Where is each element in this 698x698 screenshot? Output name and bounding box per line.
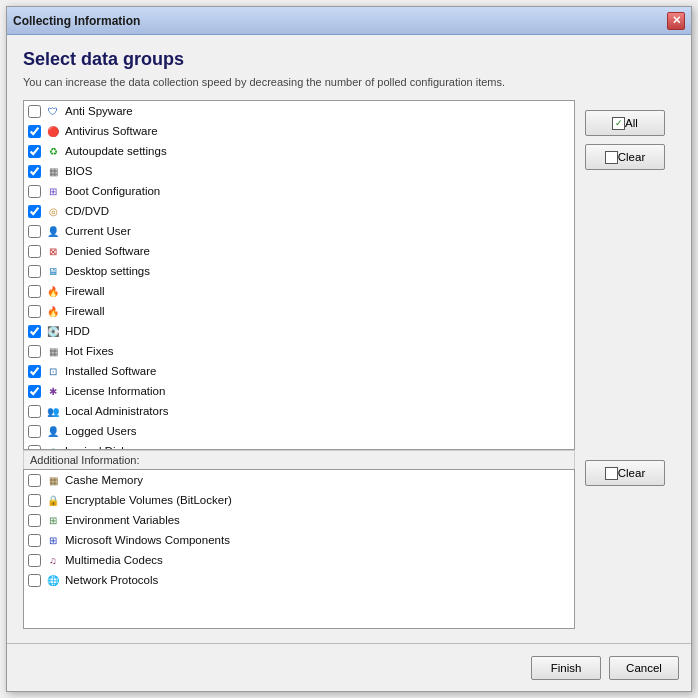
list-item-current-user[interactable]: 👤Current User (24, 221, 574, 241)
checkbox-current-user[interactable] (28, 225, 41, 238)
label-multimedia: Multimedia Codecs (65, 554, 163, 566)
checkbox-bios[interactable] (28, 165, 41, 178)
checkbox-autoupdate[interactable] (28, 145, 41, 158)
list-item-env-vars[interactable]: ⊞Environment Variables (24, 510, 574, 530)
list-item-anti-spyware[interactable]: 🛡Anti Spyware (24, 101, 574, 121)
bottom-buttons-panel: Clear (575, 450, 675, 629)
list-item-antivirus[interactable]: 🔴Antivirus Software (24, 121, 574, 141)
checkbox-anti-spyware[interactable] (28, 105, 41, 118)
checkbox-desktop-settings[interactable] (28, 265, 41, 278)
list-item-firewall1[interactable]: 🔥Firewall (24, 281, 574, 301)
list-item-win-components[interactable]: ⊞Microsoft Windows Components (24, 530, 574, 550)
clear-checkbox-icon-bottom (605, 467, 618, 480)
checkbox-win-components[interactable] (28, 534, 41, 547)
label-denied-software: Denied Software (65, 245, 150, 257)
icon-license: ✱ (45, 383, 61, 399)
checkbox-license[interactable] (28, 385, 41, 398)
label-win-components: Microsoft Windows Components (65, 534, 230, 546)
label-autoupdate: Autoupdate settings (65, 145, 167, 157)
finish-button[interactable]: Finish (531, 656, 601, 680)
bottom-panel: Additional Information: ▦Cashe Memory🔒En… (23, 450, 675, 629)
checkbox-firewall2[interactable] (28, 305, 41, 318)
checkbox-hdd[interactable] (28, 325, 41, 338)
list-item-bios[interactable]: ▦BIOS (24, 161, 574, 181)
clear-checkbox-icon-top (605, 151, 618, 164)
list-item-autoupdate[interactable]: ♻Autoupdate settings (24, 141, 574, 161)
icon-bios: ▦ (45, 163, 61, 179)
top-panel: 🛡Anti Spyware🔴Antivirus Software♻Autoupd… (23, 100, 675, 450)
icon-logged-users: 👤 (45, 423, 61, 439)
list-item-local-admins[interactable]: 👥Local Administrators (24, 401, 574, 421)
icon-hot-fixes: ▦ (45, 343, 61, 359)
checkbox-antivirus[interactable] (28, 125, 41, 138)
checkbox-local-admins[interactable] (28, 405, 41, 418)
icon-desktop-settings: 🖥 (45, 263, 61, 279)
main-list[interactable]: 🛡Anti Spyware🔴Antivirus Software♻Autoupd… (23, 100, 575, 450)
icon-env-vars: ⊞ (45, 512, 61, 528)
checkbox-firewall1[interactable] (28, 285, 41, 298)
all-button[interactable]: ✓ All (585, 110, 665, 136)
list-item-multimedia[interactable]: ♫Multimedia Codecs (24, 550, 574, 570)
label-current-user: Current User (65, 225, 131, 237)
label-bitlocker: Encryptable Volumes (BitLocker) (65, 494, 232, 506)
content-area: Select data groups You can increase the … (7, 35, 691, 643)
icon-installed-software: ⊡ (45, 363, 61, 379)
checkbox-logged-users[interactable] (28, 425, 41, 438)
list-item-logical-disks[interactable]: ◔Logical Disks (24, 441, 574, 450)
checkbox-hot-fixes[interactable] (28, 345, 41, 358)
list-item-cd-dvd[interactable]: ◎CD/DVD (24, 201, 574, 221)
clear-button-top-label: Clear (618, 151, 645, 163)
checkbox-boot-config[interactable] (28, 185, 41, 198)
label-hdd: HDD (65, 325, 90, 337)
top-buttons-panel: ✓ All Clear (575, 100, 675, 450)
list-item-bitlocker[interactable]: 🔒Encryptable Volumes (BitLocker) (24, 490, 574, 510)
label-firewall1: Firewall (65, 285, 105, 297)
checkbox-cache-memory[interactable] (28, 474, 41, 487)
checkbox-bitlocker[interactable] (28, 494, 41, 507)
list-item-denied-software[interactable]: ⊠Denied Software (24, 241, 574, 261)
list-item-hot-fixes[interactable]: ▦Hot Fixes (24, 341, 574, 361)
list-item-cache-memory[interactable]: ▦Cashe Memory (24, 470, 574, 490)
clear-button-bottom[interactable]: Clear (585, 460, 665, 486)
list-item-net-protocols[interactable]: 🌐Network Protocols (24, 570, 574, 590)
close-button[interactable]: ✕ (667, 12, 685, 30)
icon-autoupdate: ♻ (45, 143, 61, 159)
list-item-license[interactable]: ✱License Information (24, 381, 574, 401)
icon-current-user: 👤 (45, 223, 61, 239)
list-item-logged-users[interactable]: 👤Logged Users (24, 421, 574, 441)
checkbox-cd-dvd[interactable] (28, 205, 41, 218)
icon-antivirus: 🔴 (45, 123, 61, 139)
label-desktop-settings: Desktop settings (65, 265, 150, 277)
all-button-label: All (625, 117, 638, 129)
list-item-installed-software[interactable]: ⊡Installed Software (24, 361, 574, 381)
additional-list[interactable]: ▦Cashe Memory🔒Encryptable Volumes (BitLo… (23, 469, 575, 629)
label-hot-fixes: Hot Fixes (65, 345, 114, 357)
label-net-protocols: Network Protocols (65, 574, 158, 586)
list-item-desktop-settings[interactable]: 🖥Desktop settings (24, 261, 574, 281)
page-title: Select data groups (23, 49, 675, 70)
icon-anti-spyware: 🛡 (45, 103, 61, 119)
label-logged-users: Logged Users (65, 425, 137, 437)
label-firewall2: Firewall (65, 305, 105, 317)
checkbox-denied-software[interactable] (28, 245, 41, 258)
cancel-button[interactable]: Cancel (609, 656, 679, 680)
icon-net-protocols: 🌐 (45, 572, 61, 588)
checkbox-multimedia[interactable] (28, 554, 41, 567)
label-env-vars: Environment Variables (65, 514, 180, 526)
checkbox-env-vars[interactable] (28, 514, 41, 527)
list-item-boot-config[interactable]: ⊞Boot Configuration (24, 181, 574, 201)
icon-cd-dvd: ◎ (45, 203, 61, 219)
main-window: Collecting Information ✕ Select data gro… (6, 6, 692, 692)
icon-hdd: 💽 (45, 323, 61, 339)
icon-bitlocker: 🔒 (45, 492, 61, 508)
icon-multimedia: ♫ (45, 552, 61, 568)
clear-button-top[interactable]: Clear (585, 144, 665, 170)
all-checkbox-icon: ✓ (612, 117, 625, 130)
icon-firewall1: 🔥 (45, 283, 61, 299)
checkbox-net-protocols[interactable] (28, 574, 41, 587)
label-anti-spyware: Anti Spyware (65, 105, 133, 117)
window-title: Collecting Information (13, 14, 140, 28)
list-item-hdd[interactable]: 💽HDD (24, 321, 574, 341)
list-item-firewall2[interactable]: 🔥Firewall (24, 301, 574, 321)
checkbox-installed-software[interactable] (28, 365, 41, 378)
